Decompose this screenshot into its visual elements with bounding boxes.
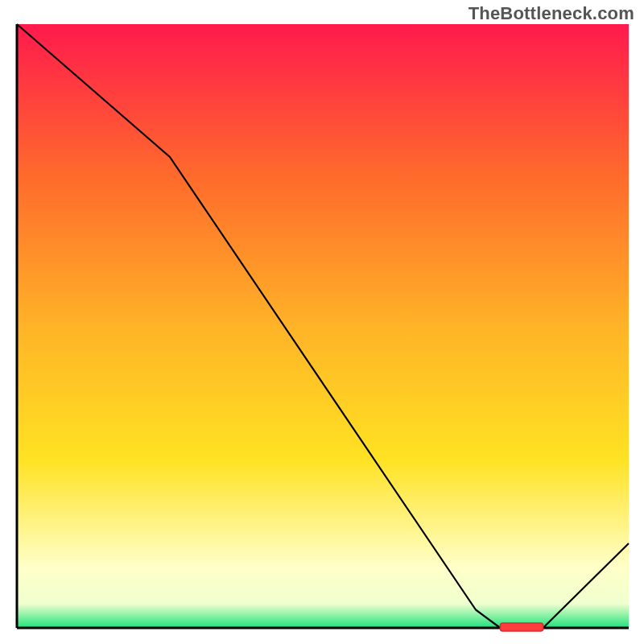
chart-container: TheBottleneck.com [0, 0, 644, 644]
watermark-text: TheBottleneck.com [469, 3, 634, 24]
plot-background [17, 24, 629, 628]
bottleneck-chart [0, 0, 644, 644]
optimal-marker [500, 623, 543, 631]
